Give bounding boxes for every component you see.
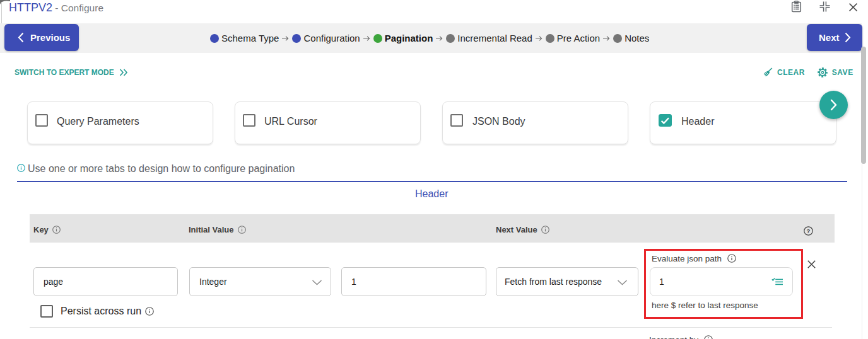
svg-text:?: ? [807, 227, 811, 234]
